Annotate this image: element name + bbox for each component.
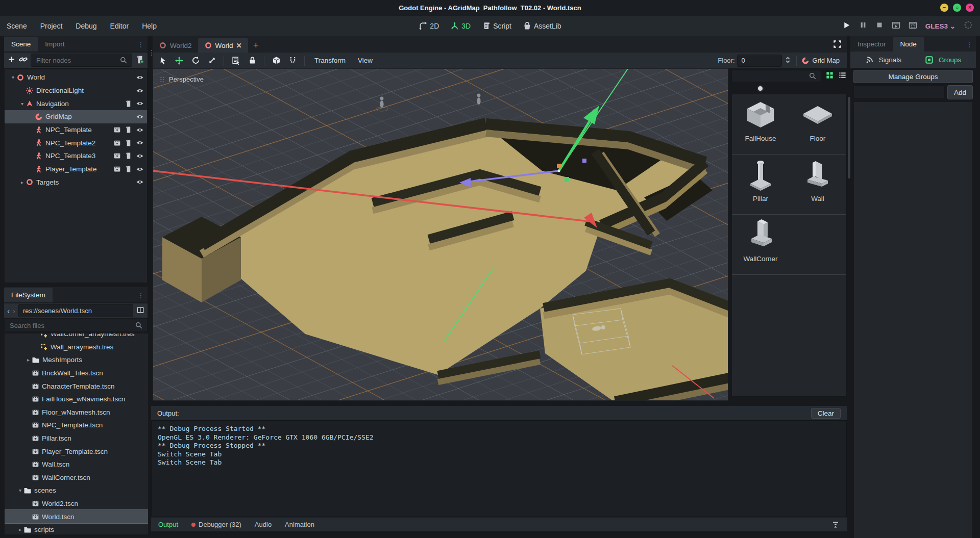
tab-node[interactable]: Node: [893, 37, 924, 52]
snap-button[interactable]: [285, 54, 300, 67]
stop-button[interactable]: [875, 21, 884, 31]
fs-forward-button[interactable]: ›: [13, 306, 15, 315]
viewport-3d[interactable]: Perspective: [153, 68, 728, 401]
file-row-world2-tscn[interactable]: World2.tscn: [5, 497, 148, 510]
instance-scene-button[interactable]: [19, 55, 28, 65]
file-row-brickwall-tiles-tscn[interactable]: BrickWall_Tiles.tscn: [5, 367, 148, 380]
maximize-button[interactable]: ○: [953, 4, 961, 12]
script-badge-icon[interactable]: [125, 100, 132, 108]
tree-down-arrow-icon[interactable]: ▾: [19, 101, 26, 107]
file-row-failhouse-wnavmesh-tscn[interactable]: FailHouse_wNavmesh.tscn: [5, 393, 148, 406]
menu-help[interactable]: Help: [135, 22, 163, 30]
right-dock-menu-icon[interactable]: ⋮: [966, 40, 973, 48]
lock-button[interactable]: [245, 54, 259, 67]
list-select-button[interactable]: [229, 54, 243, 67]
scene-dock-menu-icon[interactable]: ⋮: [137, 40, 144, 48]
tree-right-arrow-icon[interactable]: ▸: [19, 180, 26, 185]
tree-down-arrow-icon[interactable]: ▾: [17, 488, 23, 493]
add-group-button[interactable]: Add: [947, 85, 973, 99]
visibility-eye-icon[interactable]: [136, 165, 144, 173]
visibility-eye-icon[interactable]: [136, 113, 144, 121]
file-row-scripts[interactable]: ▸scripts: [5, 523, 148, 535]
file-row-wallcorner-arraymesh-tres[interactable]: WallCorner_arraymesh.tres: [5, 333, 148, 341]
file-row-wallcorner-tscn[interactable]: WallCorner.tscn: [5, 471, 148, 484]
menu-scene[interactable]: Scene: [0, 22, 34, 30]
fs-back-button[interactable]: ‹: [7, 306, 10, 315]
move-tool-button[interactable]: [172, 54, 186, 67]
palette-item-wall[interactable]: Wall: [789, 155, 846, 214]
file-row-npc-template-tscn[interactable]: NPC_Template.tscn: [5, 419, 148, 432]
assetlib-button[interactable]: AssetLib: [523, 21, 561, 30]
tree-right-arrow-icon[interactable]: ▸: [25, 357, 32, 363]
tab-filesystem[interactable]: FileSystem: [4, 288, 53, 302]
tree-down-arrow-icon[interactable]: ▾: [10, 74, 16, 80]
palette-item-floor[interactable]: Floor: [789, 94, 846, 154]
switch-2d-button[interactable]: 2D: [419, 21, 439, 30]
visibility-eye-icon[interactable]: [136, 126, 144, 134]
filter-nodes-input[interactable]: [31, 54, 132, 67]
script-badge-icon[interactable]: [125, 152, 132, 160]
visibility-eye-icon[interactable]: [136, 152, 144, 160]
minimize-button[interactable]: –: [940, 4, 948, 12]
scene-tab-world2[interactable]: World2: [153, 38, 198, 53]
rotate-tool-button[interactable]: [188, 54, 203, 67]
scene-tree-row-gridmap[interactable]: GridMap: [5, 110, 147, 123]
movie-badge-icon[interactable]: [113, 126, 121, 134]
viewport-label[interactable]: Perspective: [159, 75, 204, 83]
file-row-scenes[interactable]: ▾scenes: [5, 484, 148, 497]
scene-tree-row-player_template[interactable]: Player_Template: [5, 163, 147, 176]
bottom-tab-output[interactable]: Output: [158, 521, 178, 528]
gridmap-menu[interactable]: Grid Map: [801, 57, 844, 65]
visibility-eye-icon[interactable]: [136, 87, 144, 95]
visibility-eye-icon[interactable]: [136, 139, 144, 147]
movie-badge-icon[interactable]: [113, 152, 121, 160]
floor-spinbox[interactable]: 0: [737, 55, 782, 67]
fs-split-mode-button[interactable]: [136, 306, 144, 316]
scene-tree-row-directionallight[interactable]: DirectionalLight: [5, 84, 147, 97]
movie-badge-icon[interactable]: [113, 165, 121, 173]
search-files-input[interactable]: [4, 319, 148, 332]
movie-badge-icon[interactable]: [113, 139, 121, 147]
view-menu[interactable]: View: [353, 57, 378, 64]
menu-project[interactable]: Project: [34, 22, 69, 30]
add-node-button[interactable]: [7, 55, 16, 65]
video-driver-select[interactable]: GLES3 ⌄: [925, 22, 955, 30]
clear-output-button[interactable]: Clear: [811, 408, 841, 419]
transform-menu[interactable]: Transform: [309, 57, 351, 64]
visibility-eye-icon[interactable]: [136, 73, 144, 82]
bottom-tab-animation[interactable]: Animation: [285, 521, 314, 528]
local-space-button[interactable]: [269, 54, 283, 67]
attach-script-button[interactable]: [135, 55, 144, 66]
slider-handle[interactable]: [757, 85, 764, 92]
menu-debug[interactable]: Debug: [69, 22, 103, 30]
expand-bottom-panel-icon[interactable]: [831, 521, 840, 529]
close-tab-icon[interactable]: ✕: [236, 41, 242, 49]
file-row-meshimports[interactable]: ▸MeshImports: [5, 353, 148, 367]
scene-tab-world[interactable]: World ✕: [198, 38, 248, 53]
select-tool-button[interactable]: [156, 54, 170, 67]
thumbnail-view-icon[interactable]: [825, 71, 834, 81]
pause-button[interactable]: [859, 21, 867, 31]
tab-scene[interactable]: Scene: [4, 37, 38, 52]
menu-editor[interactable]: Editor: [104, 22, 136, 30]
signals-tab[interactable]: Signals: [879, 56, 901, 64]
script-badge-icon[interactable]: [125, 126, 132, 134]
scene-tree-row-npc_template3[interactable]: NPC_Template3: [5, 149, 147, 163]
bottom-tab-audio[interactable]: Audio: [255, 521, 272, 528]
thumbnail-size-slider[interactable]: [731, 84, 847, 94]
group-name-input[interactable]: [853, 85, 945, 98]
file-row-player-template-tscn[interactable]: Player_Template.tscn: [5, 445, 148, 458]
play-scene-button[interactable]: [892, 21, 900, 31]
visibility-eye-icon[interactable]: [136, 99, 144, 108]
script-badge-icon[interactable]: [125, 165, 132, 173]
bottom-tab-debugger-32-[interactable]: Debugger (32): [191, 521, 241, 528]
tab-import[interactable]: Import: [38, 37, 71, 52]
palette-item-failhouse[interactable]: FailHouse: [732, 94, 789, 154]
distraction-free-button[interactable]: [833, 40, 842, 50]
new-scene-tab-button[interactable]: +: [253, 40, 259, 51]
floor-spin-arrows-icon[interactable]: [784, 56, 792, 65]
palette-search-input[interactable]: [731, 70, 821, 82]
file-row-wall-arraymesh-tres[interactable]: Wall_arraymesh.tres: [5, 341, 148, 354]
play-button[interactable]: [842, 21, 851, 31]
list-view-icon[interactable]: [838, 71, 847, 81]
